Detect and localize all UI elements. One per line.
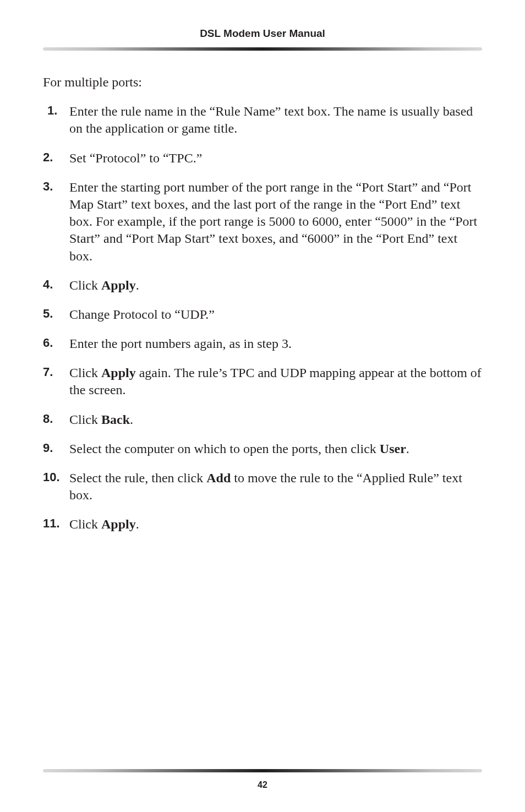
step-text-bold: Add: [206, 471, 231, 485]
step-text: .: [130, 412, 133, 427]
step-text-bold: Apply: [101, 517, 136, 531]
step-item: Click Back.: [43, 411, 482, 428]
step-text-bold: Back: [101, 412, 130, 427]
step-text: .: [136, 278, 139, 292]
step-text: Select the computer on which to open the…: [69, 442, 380, 456]
steps-list: Enter the rule name in the “Rule Name” t…: [43, 103, 482, 533]
header-divider: [43, 47, 482, 51]
step-text-bold: Apply: [101, 278, 136, 292]
footer: 42: [43, 769, 482, 790]
step-text: Click: [69, 278, 101, 292]
header-title: DSL Modem User Manual: [43, 28, 482, 40]
page: DSL Modem User Manual For multiple ports…: [0, 0, 525, 812]
step-text: Change Protocol to “UDP.”: [69, 307, 215, 321]
step-text-bold: Apply: [101, 366, 136, 380]
step-item: Click Apply.: [43, 277, 482, 294]
intro-paragraph: For multiple ports:: [43, 74, 482, 91]
footer-divider: [43, 769, 482, 772]
step-item: Click Apply.: [43, 516, 482, 533]
step-item: Enter the port numbers again, as in step…: [43, 335, 482, 352]
step-item: Enter the rule name in the “Rule Name” t…: [43, 103, 482, 137]
step-text: Click: [69, 366, 101, 380]
step-item: Select the computer on which to open the…: [43, 440, 482, 457]
step-text: Set “Protocol” to “TPC.”: [69, 151, 202, 165]
step-text: .: [136, 517, 139, 531]
step-text: Select the rule, then click: [69, 471, 206, 485]
step-item: Change Protocol to “UDP.”: [43, 306, 482, 323]
step-text: Enter the rule name in the “Rule Name” t…: [69, 104, 473, 135]
step-item: Click Apply again. The rule’s TPC and UD…: [43, 364, 482, 399]
step-text: Enter the starting port number of the po…: [69, 180, 477, 263]
step-item: Set “Protocol” to “TPC.”: [43, 150, 482, 167]
step-text: Click: [69, 412, 101, 427]
step-text: .: [406, 442, 409, 456]
step-item: Select the rule, then click Add to move …: [43, 470, 482, 504]
step-text-bold: User: [380, 442, 406, 456]
step-text: Enter the port numbers again, as in step…: [69, 336, 292, 351]
step-text: Click: [69, 517, 101, 531]
step-item: Enter the starting port number of the po…: [43, 179, 482, 265]
page-number: 42: [43, 780, 482, 790]
